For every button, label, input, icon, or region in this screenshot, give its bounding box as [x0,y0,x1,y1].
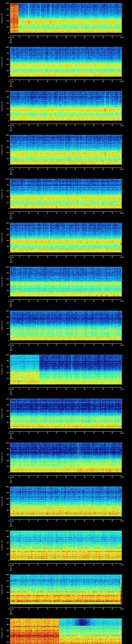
y-tick-label: 800 [4,580,9,582]
date-year-label: 2015 [10,174,12,175]
y-tick-label: 600 [4,234,9,236]
x-tick-label: 25 [56,125,57,126]
y-tick-label: 1000 [4,354,9,356]
date-year-label: 2015 [10,526,12,527]
x-tick-label: 10 [28,169,30,170]
date-year-label: 2015 [10,350,12,351]
y-tick-label: 0 [4,560,9,561]
x-tick-label: 25 [56,388,57,390]
x-tick-label: 45 [93,564,94,566]
date-month-label: Jul [10,172,12,174]
x-tick-label: 30 [65,125,67,126]
x-tick-label: 55 [112,520,113,522]
x-tick-label: 35 [74,432,76,434]
x-tick-label: 45 [93,37,94,38]
date-year-label: 2015 [10,218,12,219]
x-tick-label: 45 [93,169,94,170]
x-tick-label: 50 [102,37,104,38]
date-month-label: Jul [10,524,12,525]
x-tick-label: 40 [84,81,85,82]
x-tick-label: 5 [19,520,20,522]
y-tick-label: 600 [4,14,9,16]
x-tick-label: 15 [37,37,39,38]
y-tick-label: 200 [4,70,9,72]
spectrogram-canvas [0,616,132,644]
y-tick-label: 0 [4,472,9,473]
x-tick-label: 35 [74,81,76,82]
x-axis-end-time-label: 16:00 [120,81,124,82]
x-tick-label: 40 [84,520,85,522]
x-tick-label: 35 [74,608,76,610]
x-tick-label: 5 [19,476,20,478]
date-year-label: 2015 [10,42,12,43]
y-tick-label: 400 [4,64,9,66]
y-axis-title: Frequency (Hz) [1,179,3,208]
x-tick-label: 25 [56,256,57,258]
x-tick-label: 40 [84,388,85,390]
date-year-label: 2015 [10,86,12,87]
x-tick-label: 5 [19,608,20,610]
date-day-label: 25 [10,214,12,216]
x-axis-start-time-label: 0:27:00 [8,608,14,610]
y-tick-label: 1000 [4,618,9,620]
date-year-label: 2015 [10,130,12,131]
x-axis-end-time-label: 23:00 [120,388,124,390]
y-tick-label: 400 [4,372,9,373]
y-tick-label: 400 [4,636,9,637]
x-axis-end-time-label: 21:00 [120,300,124,302]
date-day-label: 25 [10,258,12,260]
y-axis-title: Frequency (Hz) [1,443,3,472]
y-tick-label: 200 [4,202,9,204]
x-tick-label: 45 [93,476,94,478]
x-axis-start-time-label: 0:17:00 [8,169,14,170]
x-tick-label: 5 [19,344,20,346]
x-tick-label: 25 [56,344,57,346]
y-tick-label: 1000 [4,178,9,180]
x-tick-label: 10 [28,520,30,522]
x-tick-label: 15 [37,476,39,478]
x-tick-label: 45 [93,213,94,214]
y-tick-label: 400 [4,108,9,110]
x-tick-label: 15 [37,608,39,610]
y-tick-label: 600 [4,542,9,544]
date-month-label: Jul [10,348,12,349]
x-axis-start-time-label: 0:21:00 [8,344,14,346]
y-tick-label: 600 [4,146,9,148]
x-tick-label: 30 [65,476,67,478]
x-tick-label: 20 [46,388,48,390]
y-axis-title: Frequency (Hz) [1,3,3,33]
x-tick-label: 25 [56,81,57,82]
x-tick-label: 5 [19,432,20,434]
y-tick-label: 600 [4,366,9,368]
x-tick-label: 30 [65,388,67,390]
x-tick-label: 50 [102,608,104,610]
x-tick-label: 45 [93,81,94,82]
y-tick-label: 0 [4,120,9,122]
y-tick-label: 1000 [4,266,9,268]
x-tick-label: 35 [74,213,76,214]
x-axis-end-time-label: 18:00 [120,169,124,170]
x-tick-label: 45 [93,520,94,522]
x-tick-label: 15 [37,564,39,566]
y-tick-label: 600 [4,190,9,192]
x-axis-start-time-label: 0:18:00 [8,213,14,214]
y-tick-label: 600 [4,498,9,499]
y-tick-label: 600 [4,322,9,324]
x-axis-start-time-label: 0:23:00 [8,432,14,434]
spectrogram-panel: Frequency (Hz) 0:28:00 29:00 25 Jul 2015… [0,616,132,644]
y-tick-label: 400 [4,152,9,154]
y-tick-label: 0 [4,296,9,297]
y-axis-title: Frequency (Hz) [1,267,3,296]
x-tick-label: 50 [102,388,104,390]
y-tick-label: 400 [4,592,9,593]
date-day-label: 25 [10,38,12,40]
x-tick-label: 15 [37,213,39,214]
date-day-label: 25 [10,346,12,348]
y-tick-label: 1000 [4,398,9,400]
x-tick-label: 30 [65,81,67,82]
y-tick-label: 0 [4,164,9,166]
date-day-label: 25 [10,126,12,128]
x-tick-label: 35 [74,344,76,346]
x-tick-label: 40 [84,125,85,126]
x-tick-label: 20 [46,37,48,38]
